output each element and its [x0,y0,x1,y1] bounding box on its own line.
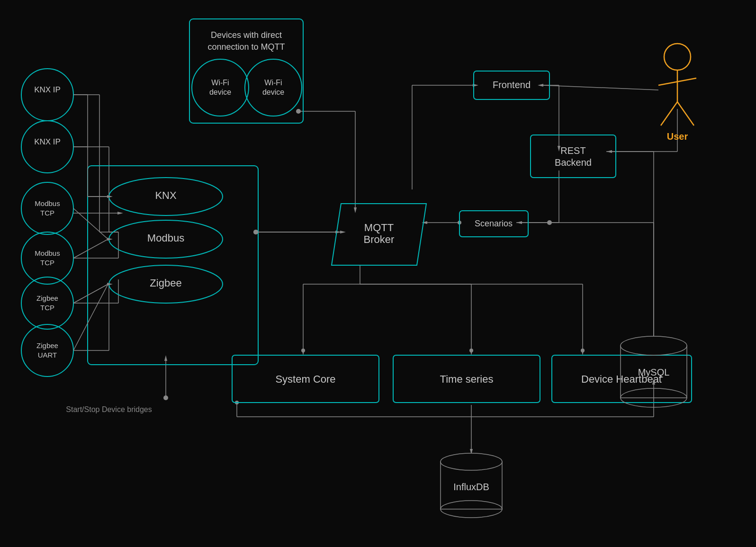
modbus-tcp-1-label-a: Modbus [35,199,60,207]
zigbee-tcp-label-b: TCP [40,304,54,312]
svg-rect-0 [0,0,756,547]
architecture-diagram: KNX Modbus Zigbee Devices with direct co… [0,0,756,547]
zigbee-uart-label-a: Zigbee [36,341,58,350]
rest-backend-label-b: Backend [555,157,592,168]
mysql-cylinder-top [621,336,687,355]
devices-mqtt-label-2: connection to MQTT [207,42,285,52]
time-series-label: Time series [440,373,494,385]
dot-start-stop [163,395,168,400]
modbus-label: Modbus [147,232,184,244]
rest-backend-label-a: REST [560,145,585,156]
zigbee-tcp-label-a: Zigbee [36,294,58,302]
influxdb-label: InfluxDB [453,482,489,492]
wifi-label-1b: device [209,88,231,96]
mqtt-broker-label-a: MQTT [364,222,394,233]
system-core-label: System Core [275,373,335,385]
dot-devices-mqtt [296,109,301,114]
knx-ip-2-label-a: KNX IP [34,137,61,146]
knx-label: KNX [155,189,177,201]
knx-ip-1-label-a: KNX IP [34,85,61,94]
wifi-label-1a: Wi-Fi [211,79,229,87]
user-label: User [667,131,688,142]
scenarios-label: Scenarios [475,219,513,228]
influxdb-cylinder-top [441,453,502,470]
dot-scenarios-rest [547,220,552,225]
wifi-label-2a: Wi-Fi [264,79,282,87]
modbus-tcp-1-label-b: TCP [40,209,54,217]
zigbee-uart-label-b: UART [38,351,57,359]
modbus-tcp-2-label-b: TCP [40,259,54,267]
mysql-label: MySQL [638,367,670,377]
mqtt-broker-label-b: Broker [364,233,395,245]
wifi-label-2b: device [262,88,284,96]
modbus-tcp-2-label-a: Modbus [35,249,60,257]
devices-mqtt-label-1: Devices with direct [211,30,282,40]
start-stop-label: Start/Stop Device bridges [66,405,152,413]
frontend-label: Frontend [493,80,531,90]
dot-bridge-mqtt [253,230,258,234]
zigbee-label: Zigbee [150,277,181,289]
